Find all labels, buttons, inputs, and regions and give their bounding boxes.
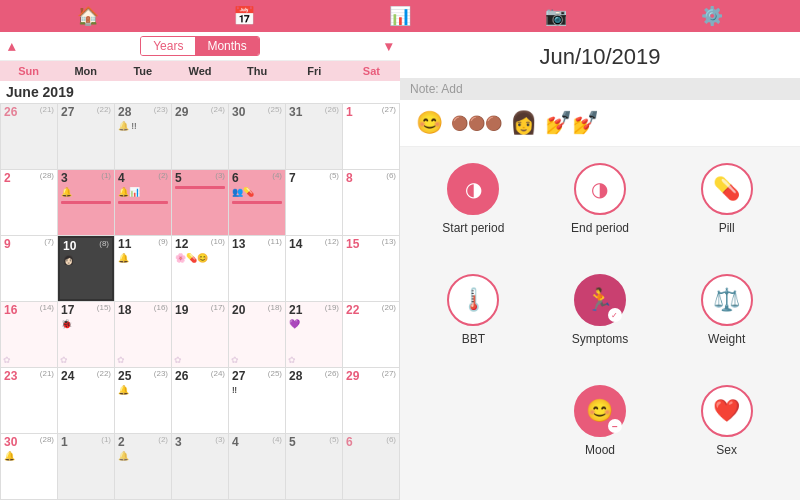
end-period-item[interactable]: ◑ End period (543, 163, 658, 262)
header-sat: Sat (343, 63, 400, 79)
emoji-dots: 🟤🟤🟤 (451, 115, 502, 131)
start-period-item[interactable]: ◑ Start period (416, 163, 531, 262)
calendar-cell-17[interactable]: 12(10)🌸💊😊 (172, 236, 228, 301)
pill-label: Pill (719, 221, 735, 235)
calendar-cell-27[interactable]: 22(20) (343, 302, 399, 367)
calendar-cell-16[interactable]: 11(9)🔔 (115, 236, 171, 301)
mood-badge: − (608, 419, 622, 433)
sex-label: Sex (716, 443, 737, 457)
calendar-cell-11[interactable]: 6(4)👥💊 (229, 170, 285, 235)
main-layout: ▴ Years Months ▾ Sun Mon Tue Wed Thu Fri… (0, 32, 800, 500)
weight-label: Weight (708, 332, 745, 346)
sex-icon: ❤️ (713, 398, 740, 424)
start-period-icon: ◑ (465, 177, 482, 201)
start-period-circle[interactable]: ◑ (447, 163, 499, 215)
end-period-label: End period (571, 221, 629, 235)
home-icon[interactable]: 🏠 (77, 5, 99, 27)
symptoms-circle[interactable]: 🏃 ✓ (574, 274, 626, 326)
calendar-cell-2[interactable]: 28(23)🔔 !! (115, 104, 171, 169)
mood-circle[interactable]: 😊 − (574, 385, 626, 437)
day-headers: Sun Mon Tue Wed Thu Fri Sat (0, 61, 400, 81)
bbt-label: BBT (462, 332, 485, 346)
calendar-cell-23[interactable]: 18(16)✿ (115, 302, 171, 367)
calendar-cell-3[interactable]: 29(24) (172, 104, 228, 169)
view-selector: ▴ Years Months ▾ (0, 32, 400, 61)
mood-label: Mood (585, 443, 615, 457)
calendar-cell-24[interactable]: 19(17)✿ (172, 302, 228, 367)
calendar-cell-38[interactable]: 3(3) (172, 434, 228, 499)
calendar-cell-36[interactable]: 1(1) (58, 434, 114, 499)
calendar-cell-34[interactable]: 29(27) (343, 368, 399, 433)
view-toggle: Years Months (140, 36, 260, 56)
sex-item[interactable]: ❤️ Sex (669, 385, 784, 484)
calendar-cell-10[interactable]: 5(3) (172, 170, 228, 235)
header-mon: Mon (57, 63, 114, 79)
calendar-cell-0[interactable]: 26(21) (1, 104, 57, 169)
calendar-panel: ▴ Years Months ▾ Sun Mon Tue Wed Thu Fri… (0, 32, 400, 500)
calendar-icon[interactable]: 📅 (233, 5, 255, 27)
emoji-nails: 💅💅 (545, 110, 599, 136)
pill-item[interactable]: 💊 Pill (669, 163, 784, 262)
bbt-circle[interactable]: 🌡️ (447, 274, 499, 326)
calendar-cell-39[interactable]: 4(4) (229, 434, 285, 499)
calendar-cell-1[interactable]: 27(22) (58, 104, 114, 169)
weight-item[interactable]: ⚖️ Weight (669, 274, 784, 373)
calendar-cell-4[interactable]: 30(25) (229, 104, 285, 169)
years-button[interactable]: Years (141, 37, 195, 55)
weight-circle[interactable]: ⚖️ (701, 274, 753, 326)
calendar-grid: 26(21)27(22)28(23)🔔 !!29(24)30(25)31(26)… (0, 103, 400, 500)
calendar-cell-32[interactable]: 27(25)!! (229, 368, 285, 433)
calendar-cell-12[interactable]: 7(5) (286, 170, 342, 235)
calendar-cell-35[interactable]: 30(28)🔔 (1, 434, 57, 499)
pill-circle[interactable]: 💊 (701, 163, 753, 215)
calendar-cell-8[interactable]: 3(1)🔔 (58, 170, 114, 235)
calendar-cell-15[interactable]: 10(8)👩🏻 (58, 236, 114, 301)
calendar-cell-31[interactable]: 26(24) (172, 368, 228, 433)
calendar-cell-18[interactable]: 13(11) (229, 236, 285, 301)
next-button[interactable]: ▾ (385, 38, 392, 54)
calendar-cell-40[interactable]: 5(5) (286, 434, 342, 499)
calendar-cell-13[interactable]: 8(6) (343, 170, 399, 235)
calendar-cell-28[interactable]: 23(21) (1, 368, 57, 433)
pill-icon: 💊 (713, 176, 740, 202)
end-period-icon: ◑ (591, 177, 608, 201)
symptoms-item[interactable]: 🏃 ✓ Symptoms (543, 274, 658, 373)
action-grid: ◑ Start period ◑ End period 💊 Pill (400, 147, 800, 500)
calendar-cell-21[interactable]: 16(14)✿ (1, 302, 57, 367)
month-title: June 2019 (0, 81, 400, 103)
calendar-cell-19[interactable]: 14(12) (286, 236, 342, 301)
header-thu: Thu (229, 63, 286, 79)
calendar-cell-22[interactable]: 17(15)🐞✿ (58, 302, 114, 367)
emoji-person: 👩 (510, 110, 537, 136)
bbt-item[interactable]: 🌡️ BBT (416, 274, 531, 373)
prev-button[interactable]: ▴ (8, 38, 15, 54)
emoji-row: 😊 🟤🟤🟤 👩 💅💅 (400, 100, 800, 147)
end-period-circle[interactable]: ◑ (574, 163, 626, 215)
calendar-cell-14[interactable]: 9(7) (1, 236, 57, 301)
calendar-cell-5[interactable]: 31(26) (286, 104, 342, 169)
note-bar[interactable]: Note: Add (400, 78, 800, 100)
calendar-cell-6[interactable]: 1(27) (343, 104, 399, 169)
header-fri: Fri (286, 63, 343, 79)
calendar-cell-7[interactable]: 2(28) (1, 170, 57, 235)
calendar-cell-25[interactable]: 20(18)✿ (229, 302, 285, 367)
bbt-icon: 🌡️ (460, 287, 487, 313)
calendar-cell-41[interactable]: 6(6) (343, 434, 399, 499)
calendar-cell-33[interactable]: 28(26) (286, 368, 342, 433)
mood-item[interactable]: 😊 − Mood (543, 385, 658, 484)
symptoms-label: Symptoms (572, 332, 629, 346)
chart-icon[interactable]: 📊 (389, 5, 411, 27)
emoji-smiley: 😊 (416, 110, 443, 136)
sex-circle[interactable]: ❤️ (701, 385, 753, 437)
calendar-cell-9[interactable]: 4(2)🔔📊 (115, 170, 171, 235)
months-button[interactable]: Months (195, 37, 258, 55)
calendar-cell-29[interactable]: 24(22) (58, 368, 114, 433)
calendar-cell-26[interactable]: 21(19)💜✿ (286, 302, 342, 367)
header-tue: Tue (114, 63, 171, 79)
calendar-cell-20[interactable]: 15(13) (343, 236, 399, 301)
settings-icon[interactable]: ⚙️ (701, 5, 723, 27)
calendar-cell-37[interactable]: 2(2)🔔 (115, 434, 171, 499)
date-header: Jun/10/2019 (400, 32, 800, 78)
camera-icon[interactable]: 📷 (545, 5, 567, 27)
calendar-cell-30[interactable]: 25(23)🔔 (115, 368, 171, 433)
